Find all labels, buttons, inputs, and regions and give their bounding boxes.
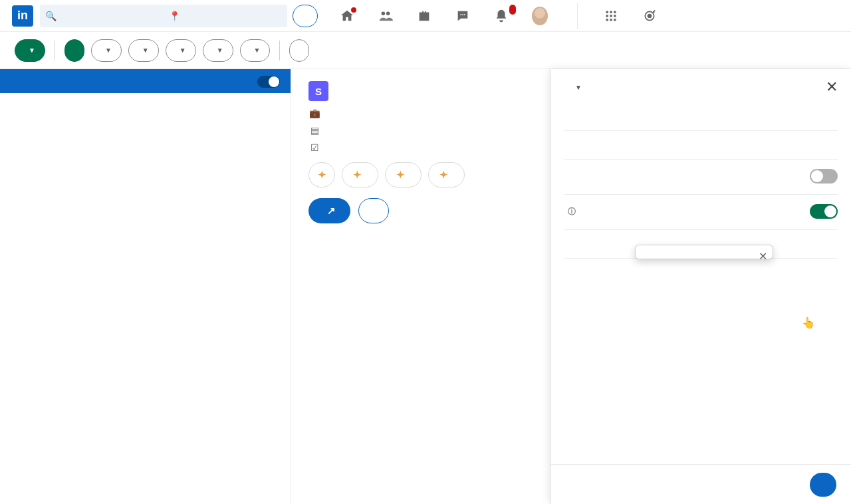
filter-section-job-type [564,102,838,131]
location-pin-icon: 📍 [169,11,180,21]
chip-tailor-resume[interactable]: ✦ [385,162,422,188]
pill-experience[interactable]: ▼ [128,39,159,62]
jobs-icon[interactable] [416,9,432,23]
svg-rect-10 [614,15,616,17]
search-input-location[interactable] [164,5,287,27]
me-avatar[interactable] [532,7,548,25]
svg-rect-7 [614,11,616,13]
svg-rect-11 [606,19,608,21]
svg-point-0 [382,11,386,15]
chip-spark[interactable]: ✦ [308,162,335,188]
svg-point-3 [462,14,463,15]
filter-panel-footer [551,464,851,504]
nav-icons [339,3,658,29]
apps-grid-icon[interactable] [603,9,619,23]
search-group: 🔍 📍 [40,5,318,27]
cursor-icon: 👆 [802,316,815,329]
results-list[interactable] [0,93,291,504]
chip-how[interactable]: ✦ [428,162,465,188]
pill-company[interactable]: ▼ [203,39,233,62]
home-icon[interactable] [339,9,355,23]
svg-point-1 [386,11,390,15]
show-results-button[interactable] [810,473,836,497]
grid-icon: ▤ [308,125,320,136]
pill-separator [55,41,55,61]
linkedin-logo[interactable]: in [12,5,33,27]
filter-panel-body[interactable]: ⓘ ✕ 👆 [551,102,851,464]
network-icon[interactable] [378,9,394,23]
filter-head-type[interactable]: ▼ [571,84,582,91]
top-nav: in 🔍 📍 [0,0,851,32]
svg-rect-12 [610,19,612,21]
pill-reset[interactable] [316,50,324,51]
list-check-icon: ☑ [308,142,320,153]
sparkle-icon: ✦ [318,169,326,181]
search-input-query[interactable] [40,5,164,27]
filter-panel: ▼ ✕ ⓘ [550,69,851,504]
info-icon[interactable]: ⓘ [568,206,576,217]
briefcase-icon: 💼 [308,108,320,118]
pill-separator [279,41,280,61]
nav-separator [577,3,578,29]
svg-point-2 [460,14,461,15]
pill-has-verifications[interactable] [64,39,84,62]
pill-remote[interactable]: ▼ [240,39,271,62]
easy-apply-toggle[interactable] [810,169,838,184]
has-verifications-toggle[interactable] [810,204,838,219]
notification-badge [509,5,516,15]
close-icon[interactable]: ✕ [759,249,767,264]
sparkle-icon: ✦ [439,169,448,181]
svg-rect-5 [606,11,608,13]
chip-good-fit[interactable]: ✦ [342,162,378,188]
close-icon[interactable]: ✕ [826,78,838,96]
svg-rect-8 [606,15,608,17]
target-icon[interactable] [642,9,658,23]
sparkle-icon: ✦ [353,169,362,181]
search-button[interactable] [293,5,318,27]
svg-point-4 [464,14,465,15]
results-column [0,69,291,504]
sparkle-icon: ✦ [396,169,405,181]
apply-button[interactable]: ↗ [308,198,350,223]
save-button[interactable] [358,198,389,223]
section-title: ⓘ [564,206,576,217]
filter-panel-header: ▼ ✕ [551,69,851,102]
pill-all-filters[interactable] [289,39,309,62]
set-alert-toggle[interactable] [252,76,280,88]
external-link-icon: ↗ [327,205,336,217]
pill-jobs[interactable]: ▼ [15,39,45,62]
svg-rect-6 [610,11,612,13]
filter-section-industry [564,259,838,287]
pill-salary[interactable]: ▼ [166,39,196,62]
svg-point-15 [648,14,652,17]
notifications-icon[interactable] [493,9,509,23]
search-icon: 🔍 [45,11,57,21]
toggle-icon[interactable] [257,76,280,88]
pill-date-posted[interactable]: ▼ [91,39,122,62]
filter-pill-row: ▼ ▼ ▼ ▼ ▼ ▼ [0,32,851,69]
svg-rect-13 [614,19,616,21]
filter-section-easy-apply [564,160,838,195]
filter-section-has-verifications: ⓘ [564,195,838,230]
svg-rect-9 [610,15,612,17]
results-header [0,69,291,93]
reset-button[interactable] [790,484,798,485]
messaging-icon[interactable] [455,9,471,23]
verification-tooltip: ✕ [635,245,773,259]
filter-section-remote [564,131,838,160]
